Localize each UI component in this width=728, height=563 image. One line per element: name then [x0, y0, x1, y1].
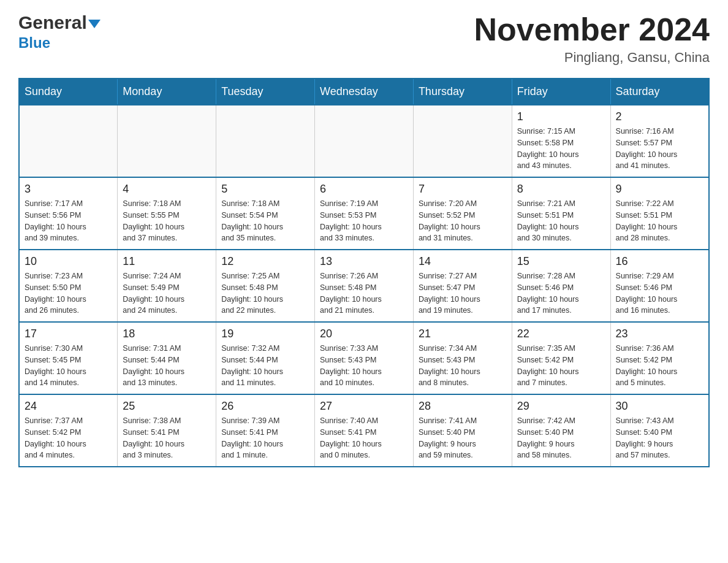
- calendar-day-cell: 14Sunrise: 7:27 AMSunset: 5:47 PMDayligh…: [413, 250, 512, 322]
- day-info: Sunrise: 7:40 AMSunset: 5:41 PMDaylight:…: [320, 415, 408, 461]
- day-info: Sunrise: 7:33 AMSunset: 5:43 PMDaylight:…: [320, 343, 408, 389]
- calendar-day-cell: 2Sunrise: 7:16 AMSunset: 5:57 PMDaylight…: [610, 105, 709, 177]
- calendar-day-cell: 16Sunrise: 7:29 AMSunset: 5:46 PMDayligh…: [610, 250, 709, 322]
- day-number: 22: [517, 327, 605, 340]
- calendar-day-cell: 27Sunrise: 7:40 AMSunset: 5:41 PMDayligh…: [315, 394, 414, 467]
- calendar-day-cell: [118, 105, 216, 177]
- calendar-day-cell: 26Sunrise: 7:39 AMSunset: 5:41 PMDayligh…: [216, 394, 315, 467]
- day-info: Sunrise: 7:42 AMSunset: 5:40 PMDaylight:…: [517, 415, 605, 461]
- day-number: 5: [221, 183, 309, 196]
- main-title: November 2024: [474, 12, 710, 47]
- calendar-day-cell: 5Sunrise: 7:18 AMSunset: 5:54 PMDaylight…: [216, 177, 315, 250]
- calendar-day-cell: 29Sunrise: 7:42 AMSunset: 5:40 PMDayligh…: [512, 394, 610, 467]
- calendar-day-cell: 28Sunrise: 7:41 AMSunset: 5:40 PMDayligh…: [413, 394, 512, 467]
- day-number: 20: [320, 327, 408, 340]
- day-number: 30: [616, 400, 703, 413]
- calendar-day-cell: 22Sunrise: 7:35 AMSunset: 5:42 PMDayligh…: [512, 322, 610, 394]
- calendar-day-cell: 6Sunrise: 7:19 AMSunset: 5:53 PMDaylight…: [315, 177, 414, 250]
- day-info: Sunrise: 7:43 AMSunset: 5:40 PMDaylight:…: [616, 415, 703, 461]
- calendar-day-cell: 1Sunrise: 7:15 AMSunset: 5:58 PMDaylight…: [512, 105, 610, 177]
- day-of-week-header-saturday: Saturday: [610, 79, 709, 105]
- calendar-day-cell: 12Sunrise: 7:25 AMSunset: 5:48 PMDayligh…: [216, 250, 315, 322]
- day-info: Sunrise: 7:22 AMSunset: 5:51 PMDaylight:…: [616, 198, 703, 244]
- day-info: Sunrise: 7:19 AMSunset: 5:53 PMDaylight:…: [320, 198, 408, 244]
- calendar-day-cell: 13Sunrise: 7:26 AMSunset: 5:48 PMDayligh…: [315, 250, 414, 322]
- day-number: 1: [517, 110, 605, 123]
- day-info: Sunrise: 7:29 AMSunset: 5:46 PMDaylight:…: [616, 270, 703, 316]
- day-of-week-header-friday: Friday: [512, 79, 610, 105]
- day-info: Sunrise: 7:35 AMSunset: 5:42 PMDaylight:…: [517, 343, 605, 389]
- day-info: Sunrise: 7:16 AMSunset: 5:57 PMDaylight:…: [616, 126, 703, 172]
- calendar-table: SundayMondayTuesdayWednesdayThursdayFrid…: [18, 78, 710, 467]
- day-info: Sunrise: 7:39 AMSunset: 5:41 PMDaylight:…: [221, 415, 309, 461]
- calendar-day-cell: 20Sunrise: 7:33 AMSunset: 5:43 PMDayligh…: [315, 322, 414, 394]
- day-number: 2: [616, 110, 703, 123]
- calendar-day-cell: 19Sunrise: 7:32 AMSunset: 5:44 PMDayligh…: [216, 322, 315, 394]
- logo-blue-text: Blue: [18, 34, 50, 52]
- subtitle: Pingliang, Gansu, China: [474, 50, 710, 66]
- day-number: 29: [517, 400, 605, 413]
- calendar-day-cell: [19, 105, 118, 177]
- calendar-day-cell: 18Sunrise: 7:31 AMSunset: 5:44 PMDayligh…: [118, 322, 216, 394]
- day-number: 15: [517, 255, 605, 268]
- calendar-week-row: 3Sunrise: 7:17 AMSunset: 5:56 PMDaylight…: [19, 177, 709, 250]
- logo-general-text: General: [18, 12, 87, 33]
- calendar-day-cell: 25Sunrise: 7:38 AMSunset: 5:41 PMDayligh…: [118, 394, 216, 467]
- calendar-day-cell: 8Sunrise: 7:21 AMSunset: 5:51 PMDaylight…: [512, 177, 610, 250]
- day-number: 23: [616, 327, 703, 340]
- day-number: 4: [123, 183, 211, 196]
- day-info: Sunrise: 7:36 AMSunset: 5:42 PMDaylight:…: [616, 343, 703, 389]
- title-area: November 2024 Pingliang, Gansu, China: [474, 12, 710, 66]
- calendar-day-cell: 23Sunrise: 7:36 AMSunset: 5:42 PMDayligh…: [610, 322, 709, 394]
- calendar-day-cell: 24Sunrise: 7:37 AMSunset: 5:42 PMDayligh…: [19, 394, 118, 467]
- day-info: Sunrise: 7:32 AMSunset: 5:44 PMDaylight:…: [221, 343, 309, 389]
- day-number: 21: [419, 327, 507, 340]
- calendar-day-cell: 17Sunrise: 7:30 AMSunset: 5:45 PMDayligh…: [19, 322, 118, 394]
- day-number: 13: [320, 255, 408, 268]
- day-number: 19: [221, 327, 309, 340]
- day-info: Sunrise: 7:28 AMSunset: 5:46 PMDaylight:…: [517, 270, 605, 316]
- calendar-week-row: 17Sunrise: 7:30 AMSunset: 5:45 PMDayligh…: [19, 322, 709, 394]
- day-number: 28: [419, 400, 507, 413]
- day-number: 25: [123, 400, 211, 413]
- day-info: Sunrise: 7:25 AMSunset: 5:48 PMDaylight:…: [221, 270, 309, 316]
- day-number: 11: [123, 255, 211, 268]
- day-of-week-header-monday: Monday: [118, 79, 216, 105]
- day-info: Sunrise: 7:37 AMSunset: 5:42 PMDaylight:…: [25, 415, 112, 461]
- page-header: General Blue November 2024 Pingliang, Ga…: [18, 12, 710, 66]
- calendar-week-row: 24Sunrise: 7:37 AMSunset: 5:42 PMDayligh…: [19, 394, 709, 467]
- day-number: 3: [25, 183, 112, 196]
- day-info: Sunrise: 7:23 AMSunset: 5:50 PMDaylight:…: [25, 270, 112, 316]
- day-number: 8: [517, 183, 605, 196]
- calendar-day-cell: [315, 105, 414, 177]
- day-number: 6: [320, 183, 408, 196]
- day-number: 14: [419, 255, 507, 268]
- calendar-header-row: SundayMondayTuesdayWednesdayThursdayFrid…: [19, 79, 709, 105]
- day-number: 17: [25, 327, 112, 340]
- day-number: 16: [616, 255, 703, 268]
- calendar-week-row: 10Sunrise: 7:23 AMSunset: 5:50 PMDayligh…: [19, 250, 709, 322]
- calendar-day-cell: [216, 105, 315, 177]
- calendar-day-cell: 10Sunrise: 7:23 AMSunset: 5:50 PMDayligh…: [19, 250, 118, 322]
- day-number: 27: [320, 400, 408, 413]
- day-info: Sunrise: 7:18 AMSunset: 5:54 PMDaylight:…: [221, 198, 309, 244]
- day-number: 10: [25, 255, 112, 268]
- day-of-week-header-wednesday: Wednesday: [315, 79, 414, 105]
- logo-general: General: [18, 12, 100, 33]
- day-number: 9: [616, 183, 703, 196]
- day-number: 26: [221, 400, 309, 413]
- day-info: Sunrise: 7:30 AMSunset: 5:45 PMDaylight:…: [25, 343, 112, 389]
- day-number: 12: [221, 255, 309, 268]
- calendar-day-cell: [413, 105, 512, 177]
- calendar-day-cell: 7Sunrise: 7:20 AMSunset: 5:52 PMDaylight…: [413, 177, 512, 250]
- calendar-day-cell: 15Sunrise: 7:28 AMSunset: 5:46 PMDayligh…: [512, 250, 610, 322]
- day-info: Sunrise: 7:18 AMSunset: 5:55 PMDaylight:…: [123, 198, 211, 244]
- day-info: Sunrise: 7:27 AMSunset: 5:47 PMDaylight:…: [419, 270, 507, 316]
- day-number: 7: [419, 183, 507, 196]
- day-info: Sunrise: 7:41 AMSunset: 5:40 PMDaylight:…: [419, 415, 507, 461]
- day-info: Sunrise: 7:15 AMSunset: 5:58 PMDaylight:…: [517, 126, 605, 172]
- day-info: Sunrise: 7:20 AMSunset: 5:52 PMDaylight:…: [419, 198, 507, 244]
- logo: General Blue: [18, 12, 100, 52]
- day-number: 24: [25, 400, 112, 413]
- day-of-week-header-tuesday: Tuesday: [216, 79, 315, 105]
